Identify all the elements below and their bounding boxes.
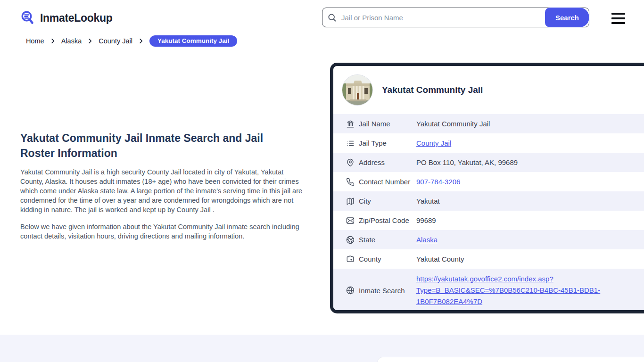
list-icon <box>346 139 355 148</box>
magnifier-logo-icon <box>19 9 36 26</box>
table-row-jail-name: Jail Name Yakutat Community Jail <box>333 114 644 133</box>
search-button[interactable]: Search <box>545 8 589 27</box>
table-row-county: County Yakutat County <box>333 249 644 269</box>
row-label: Address <box>359 158 416 166</box>
menu-hamburger-icon[interactable] <box>611 13 625 24</box>
breadcrumb-jail-type[interactable]: County Jail <box>99 37 132 45</box>
breadcrumb: Home Alaska County Jail Yakutat Communit… <box>26 35 237 47</box>
inmate-search-url-line: Type=B_BASIC&SEC=%7B0B56C210-B4BC-45B1-B… <box>416 285 621 296</box>
table-row-address: Address PO Box 110, Yakutat, AK, 99689 <box>333 153 644 172</box>
facility-card-header: Yakutat Community Jail <box>333 66 644 114</box>
table-row-city: City Yakutat <box>333 191 644 211</box>
row-label: Jail Type <box>359 139 416 147</box>
search-icon <box>327 13 337 22</box>
article: Yakutat Community Jail Inmate Search and… <box>20 131 303 241</box>
hamburger-bar <box>611 17 625 19</box>
row-label: Jail Name <box>359 120 416 128</box>
row-value: Yakutat Community Jail <box>416 120 621 128</box>
state-link[interactable]: Alaska <box>416 236 438 244</box>
chevron-right-icon <box>50 38 56 44</box>
mail-icon <box>346 216 355 225</box>
contact-number-link[interactable]: 907-784-3206 <box>416 178 460 186</box>
table-row-contact-number: Contact Number 907-784-3206 <box>333 172 644 191</box>
next-section-card <box>377 357 644 362</box>
web-icon <box>346 286 355 295</box>
inmate-search-url-line: 1B0F7B082EA4%7D <box>416 296 621 307</box>
map-marker-icon <box>346 255 355 263</box>
row-label: Zip/Postal Code <box>359 216 416 224</box>
brand-name: InmateLookup <box>40 12 113 25</box>
row-value: Yakutat County <box>416 255 621 263</box>
jail-type-link[interactable]: County Jail <box>416 139 451 147</box>
table-row-zip-code: Zip/Postal Code 99689 <box>333 211 644 230</box>
inmate-search-link[interactable]: https://yakutatak.govoffice2.com/index.a… <box>416 273 621 307</box>
chevron-right-icon <box>138 38 144 44</box>
table-row-jail-type: Jail Type County Jail <box>333 133 644 153</box>
row-label: Inmate Search <box>359 287 416 295</box>
hamburger-bar <box>611 22 625 24</box>
chevron-right-icon <box>87 38 93 44</box>
phone-icon <box>346 178 355 186</box>
map-pin-icon <box>346 158 355 167</box>
brand-logo[interactable]: InmateLookup <box>19 9 113 26</box>
facility-photo <box>342 74 373 106</box>
row-label: State <box>359 236 416 244</box>
breadcrumb-home[interactable]: Home <box>26 37 44 45</box>
inmate-search-url-line: https://yakutatak.govoffice2.com/index.a… <box>416 273 621 285</box>
facility-card: Yakutat Community Jail Jail Name Yakutat… <box>330 63 644 313</box>
table-row-inmate-search: Inmate Search https://yakutatak.govoffic… <box>333 269 644 312</box>
table-row-state: State Alaska <box>333 230 644 249</box>
article-paragraph-2: Below we have given information about th… <box>20 222 303 241</box>
jail-search-bar: Search <box>322 8 589 27</box>
facility-title: Yakutat Community Jail <box>382 85 483 95</box>
globe-icon <box>346 236 355 244</box>
row-value: Yakutat <box>416 197 621 205</box>
breadcrumb-current-badge[interactable]: Yakutat Community Jail <box>149 35 237 47</box>
row-label: Contact Number <box>359 178 416 186</box>
row-value: 99689 <box>416 216 621 224</box>
hamburger-bar <box>611 13 625 15</box>
article-paragraph-1: Yakutat Community Jail is a high securit… <box>20 167 303 214</box>
page-title: Yakutat Community Jail Inmate Search and… <box>20 131 287 161</box>
row-label: City <box>359 197 416 205</box>
row-label: County <box>359 255 416 263</box>
landmark-icon <box>346 120 355 128</box>
breadcrumb-state[interactable]: Alaska <box>61 37 82 45</box>
row-value: PO Box 110, Yakutat, AK, 99689 <box>416 158 621 166</box>
map-icon <box>346 197 355 206</box>
